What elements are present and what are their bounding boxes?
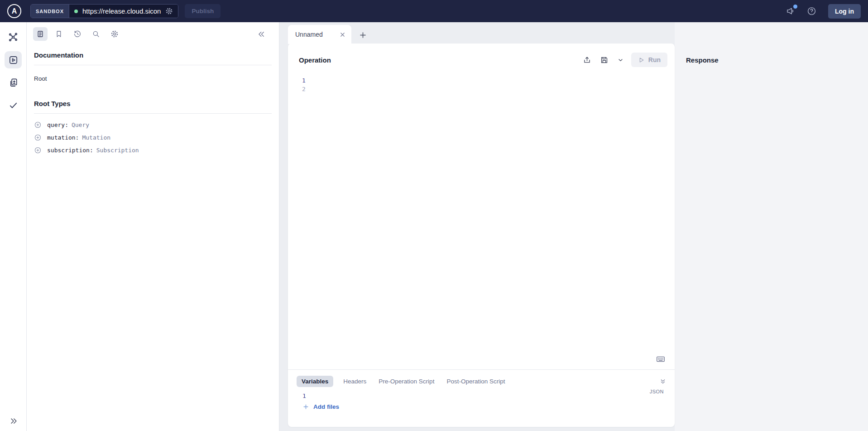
endpoint-url-input[interactable]: https://release.cloud.sicon xyxy=(82,7,161,15)
publish-button[interactable]: Publish xyxy=(185,4,221,18)
editor-line-number: 2 xyxy=(302,85,675,93)
docs-toolbar xyxy=(27,22,279,45)
collapse-panel-double-chevron-icon[interactable] xyxy=(659,378,667,385)
root-type-row[interactable]: query: Query xyxy=(34,121,272,129)
run-button-label: Run xyxy=(648,56,661,63)
field-name: subscription: xyxy=(47,147,93,154)
operation-tab-label: Unnamed xyxy=(295,31,339,38)
docs-body: Documentation Root Root Types query: Que… xyxy=(27,45,279,159)
add-to-operation-icon[interactable] xyxy=(34,121,42,129)
root-type-row[interactable]: subscription: Subscription xyxy=(34,146,272,154)
tab-post-operation-script[interactable]: Post-Operation Script xyxy=(446,376,505,387)
editor-line-number: 1 xyxy=(302,76,675,85)
topbar: A SANDBOX https://release.cloud.sicon Pu… xyxy=(0,0,868,22)
field-type-link[interactable]: Query xyxy=(72,121,89,128)
plus-icon xyxy=(302,403,309,410)
collections-icon xyxy=(8,77,19,88)
endpoint-url-group: SANDBOX https://release.cloud.sicon xyxy=(30,4,178,18)
announcements-megaphone-icon[interactable] xyxy=(786,6,795,16)
notification-dot xyxy=(793,5,797,9)
help-icon[interactable] xyxy=(807,6,816,16)
left-rail xyxy=(0,22,27,431)
root-type-link[interactable]: Root xyxy=(34,75,47,82)
rail-item-checks[interactable] xyxy=(5,97,22,114)
endpoint-url-segment: https://release.cloud.sicon xyxy=(69,5,178,18)
operation-card: Operation xyxy=(288,44,675,427)
field-name: mutation: xyxy=(47,134,79,141)
rail-item-explorer[interactable] xyxy=(5,51,22,68)
sandbox-badge: SANDBOX xyxy=(31,5,69,18)
tab-variables[interactable]: Variables xyxy=(297,376,333,387)
main-region: Unnamed Operation xyxy=(279,22,868,431)
checkmark-icon xyxy=(8,100,19,111)
expand-rail-icon[interactable] xyxy=(9,416,18,426)
save-operation-icon[interactable] xyxy=(600,56,609,64)
tab-pre-operation-script[interactable]: Pre-Operation Script xyxy=(379,376,434,387)
add-files-button[interactable]: Add files xyxy=(302,403,667,410)
docs-tab-settings-gear-icon[interactable] xyxy=(107,27,122,41)
request-settings-section: Variables Headers Pre-Operation Script P… xyxy=(288,370,675,427)
request-settings-tabs: Variables Headers Pre-Operation Script P… xyxy=(297,376,667,387)
graph-schema-icon xyxy=(8,32,19,43)
response-panel: Response xyxy=(675,22,868,431)
save-options-chevron-down-icon[interactable] xyxy=(617,57,624,63)
operation-header: Operation xyxy=(288,44,675,70)
root-types-list: query: Query mutation: Mutation xyxy=(34,121,272,154)
variables-line-number: 1 xyxy=(302,392,306,399)
add-tab-icon[interactable] xyxy=(359,31,367,39)
root-types-title: Root Types xyxy=(34,100,272,114)
field-type-link[interactable]: Subscription xyxy=(96,147,139,154)
docs-tab-history-icon[interactable] xyxy=(70,27,85,41)
app-body: Documentation Root Root Types query: Que… xyxy=(0,22,868,431)
root-type-row[interactable]: mutation: Mutation xyxy=(34,134,272,141)
collapse-docs-panel-icon[interactable] xyxy=(254,27,269,41)
close-tab-icon[interactable] xyxy=(339,31,346,38)
rail-item-schema[interactable] xyxy=(5,29,22,46)
operation-editor[interactable]: 1 2 xyxy=(288,70,675,369)
connection-status-dot xyxy=(74,10,78,13)
share-operation-icon[interactable] xyxy=(583,56,591,64)
tab-headers[interactable]: Headers xyxy=(343,376,366,387)
topbar-right: Log in xyxy=(786,4,861,19)
run-button[interactable]: Run xyxy=(631,53,667,67)
add-to-operation-icon[interactable] xyxy=(34,134,42,141)
tab-strip: Unnamed xyxy=(288,22,675,44)
login-button[interactable]: Log in xyxy=(828,4,861,19)
add-files-label: Add files xyxy=(313,403,339,410)
apollo-logo-letter: A xyxy=(12,7,17,15)
docs-tab-documentation-icon[interactable] xyxy=(33,27,48,41)
docs-tab-search-icon[interactable] xyxy=(89,27,103,41)
rail-item-collections[interactable] xyxy=(5,74,22,91)
field-name: query: xyxy=(47,121,68,128)
response-title: Response xyxy=(686,56,868,64)
run-play-icon xyxy=(638,57,645,63)
apollo-logo: A xyxy=(7,4,21,18)
explorer-play-icon xyxy=(8,55,19,65)
endpoint-settings-gear-icon[interactable] xyxy=(165,7,173,15)
editor-zone: Unnamed Operation xyxy=(279,22,675,431)
keyboard-shortcuts-icon[interactable] xyxy=(656,354,666,364)
operation-tab[interactable]: Unnamed xyxy=(288,25,351,44)
variables-editor[interactable]: 1 JSON Add files xyxy=(297,387,667,410)
field-type-link[interactable]: Mutation xyxy=(82,134,110,141)
format-badge: JSON xyxy=(650,389,664,394)
operation-title: Operation xyxy=(299,56,331,64)
documentation-panel: Documentation Root Root Types query: Que… xyxy=(27,22,279,431)
docs-title: Documentation xyxy=(34,51,272,65)
docs-tab-bookmark-icon[interactable] xyxy=(52,27,66,41)
add-to-operation-icon[interactable] xyxy=(34,146,42,154)
